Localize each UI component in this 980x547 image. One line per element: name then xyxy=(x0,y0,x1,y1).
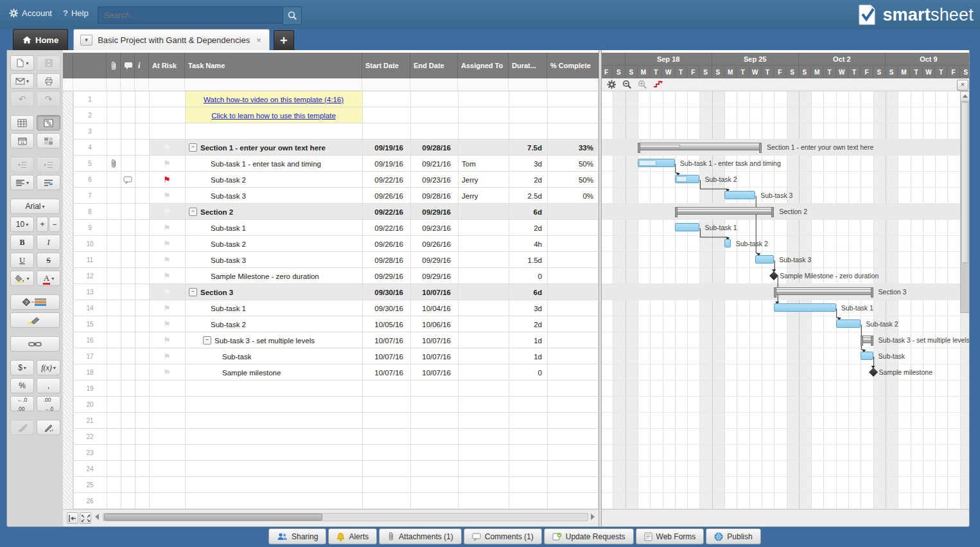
percent-complete-cell[interactable]: 33% xyxy=(547,139,593,156)
gantt-vscrollbar[interactable] xyxy=(960,91,970,313)
col-header[interactable] xyxy=(63,53,73,78)
task-name-cell[interactable]: Watch how-to video on this template (4:1… xyxy=(185,91,362,107)
at-risk-cell[interactable]: ⚑ xyxy=(149,188,185,204)
col-header[interactable] xyxy=(121,53,135,78)
task-name-cell[interactable] xyxy=(185,429,362,445)
row-number[interactable]: 24 xyxy=(73,461,107,477)
collapse-toggle-icon[interactable]: − xyxy=(189,208,197,216)
tab-menu-caret[interactable]: ▾ xyxy=(80,35,92,46)
end-date-cell[interactable]: 09/29/16 xyxy=(410,252,451,268)
start-date-cell[interactable]: 10/07/16 xyxy=(362,364,403,381)
row-number[interactable]: 7 xyxy=(73,188,107,204)
task-name-cell[interactable] xyxy=(185,413,362,429)
decrease-font-button[interactable]: − xyxy=(49,217,60,232)
wrap-text-button[interactable] xyxy=(37,175,60,190)
undo-button[interactable]: ↶ xyxy=(10,91,34,107)
duration-cell[interactable]: 4h xyxy=(509,236,542,252)
at-risk-cell[interactable]: ⚑ xyxy=(149,268,185,284)
task-bar[interactable] xyxy=(774,303,836,312)
end-date-cell[interactable]: 10/07/16 xyxy=(410,364,451,381)
scroll-left-icon[interactable] xyxy=(95,514,99,520)
start-date-cell[interactable]: 09/22/16 xyxy=(362,220,403,236)
gantt-close-icon[interactable]: × xyxy=(957,80,968,91)
row-drag-handle[interactable] xyxy=(63,252,73,268)
tab-close-icon[interactable]: × xyxy=(255,35,263,45)
duration-cell[interactable]: 3d xyxy=(509,300,542,316)
collapse-toggle-icon[interactable]: − xyxy=(189,288,197,296)
at-risk-cell[interactable]: ⚑ xyxy=(149,252,185,268)
row-drag-handle[interactable] xyxy=(63,413,73,429)
duration-cell[interactable]: 2d xyxy=(509,220,542,236)
task-name-cell[interactable]: Sub-task 1 - enter task and timing xyxy=(185,156,362,172)
active-sheet-tab[interactable]: ▾ Basic Project with Gantt & Dependencie… xyxy=(73,29,270,50)
col-header[interactable]: i xyxy=(135,53,149,78)
comments-tab[interactable]: Comments (1) xyxy=(464,528,542,544)
task-name-cell[interactable] xyxy=(185,381,362,397)
row-number[interactable]: 23 xyxy=(73,445,107,461)
task-name-cell[interactable]: Click to learn how to use this template xyxy=(185,107,362,123)
row-number[interactable]: 14 xyxy=(73,300,107,316)
col-header[interactable] xyxy=(107,53,121,78)
gantt-settings-button[interactable] xyxy=(607,80,617,89)
row-number[interactable]: 18 xyxy=(73,364,107,381)
task-name-cell[interactable]: Sub-task 2 xyxy=(185,316,362,332)
end-date-cell[interactable]: 09/23/16 xyxy=(410,172,451,188)
start-date-cell[interactable]: 09/26/16 xyxy=(362,188,403,204)
row-number[interactable]: 13 xyxy=(73,284,107,300)
collapse-toggle-icon[interactable]: − xyxy=(189,143,197,152)
task-name-cell[interactable] xyxy=(185,397,362,413)
row-drag-handle[interactable] xyxy=(63,397,73,413)
row-number[interactable]: 6 xyxy=(73,172,107,188)
increase-decimals-button[interactable]: .00→.0 xyxy=(37,396,60,411)
col-header-at-risk[interactable]: At Risk xyxy=(149,53,185,78)
row-number[interactable]: 26 xyxy=(73,493,107,509)
row-drag-handle[interactable] xyxy=(63,429,73,445)
summary-bar[interactable] xyxy=(675,207,774,215)
send-email-button[interactable]: ▾ xyxy=(10,73,34,89)
fill-color-button[interactable]: ▾ xyxy=(10,271,34,286)
duration-cell[interactable]: 2d xyxy=(509,316,542,332)
publish-tab[interactable]: Publish xyxy=(706,528,760,544)
highlight-changes-button[interactable] xyxy=(10,312,60,328)
duration-cell[interactable]: 1d xyxy=(509,332,542,348)
row-number[interactable]: 16 xyxy=(73,332,107,348)
row-number[interactable]: 10 xyxy=(73,236,107,252)
row-number[interactable]: 1 xyxy=(73,91,107,107)
font-family-button[interactable]: Arial▾ xyxy=(10,199,60,214)
decrease-decimals-button[interactable]: ←.0.00 xyxy=(10,396,34,411)
task-name-cell[interactable]: Sub-task 3 xyxy=(185,188,362,204)
start-date-cell[interactable]: 09/26/16 xyxy=(362,236,403,252)
task-name-cell[interactable] xyxy=(185,461,362,477)
end-date-cell[interactable]: 09/29/16 xyxy=(410,204,451,220)
web-forms-tab[interactable]: Web Forms xyxy=(636,528,704,544)
percent-format-button[interactable]: % xyxy=(10,378,34,393)
scroll-right-icon[interactable] xyxy=(591,514,595,520)
row-number[interactable]: 4 xyxy=(73,139,107,156)
end-date-cell[interactable]: 10/07/16 xyxy=(410,284,451,300)
collapse-toggle-icon[interactable]: − xyxy=(203,336,211,345)
home-tab[interactable]: Home xyxy=(13,29,68,50)
row-drag-handle[interactable] xyxy=(63,381,73,397)
account-menu[interactable]: Account xyxy=(9,8,52,18)
task-name-cell[interactable]: Sub-task 2 xyxy=(185,236,362,252)
hscroll-thumb[interactable] xyxy=(104,514,322,521)
task-name-cell[interactable]: Sample milestone xyxy=(185,364,362,381)
row-drag-handle[interactable] xyxy=(63,139,73,156)
duration-cell[interactable]: 7.5d xyxy=(509,139,542,156)
row-number[interactable]: 12 xyxy=(73,268,107,284)
percent-complete-cell[interactable]: 0% xyxy=(547,188,593,204)
col-header-assigned-to[interactable]: Assigned To xyxy=(458,53,509,78)
row-drag-handle[interactable] xyxy=(63,364,73,381)
summary-bar[interactable] xyxy=(774,287,873,295)
row-drag-handle[interactable] xyxy=(63,445,73,461)
start-date-cell[interactable]: 09/29/16 xyxy=(362,268,403,284)
align-button[interactable]: ▾ xyxy=(10,175,34,190)
row-number[interactable]: 17 xyxy=(73,348,107,364)
at-risk-cell[interactable]: ⚑ xyxy=(149,348,185,364)
row-drag-handle[interactable] xyxy=(63,156,73,172)
redo-button[interactable]: ↷ xyxy=(37,91,60,107)
bold-button[interactable]: B xyxy=(10,235,34,250)
at-risk-cell[interactable]: ⚑ xyxy=(149,364,185,381)
at-risk-cell[interactable]: ⚑ xyxy=(149,300,185,316)
search-button[interactable] xyxy=(283,6,302,25)
